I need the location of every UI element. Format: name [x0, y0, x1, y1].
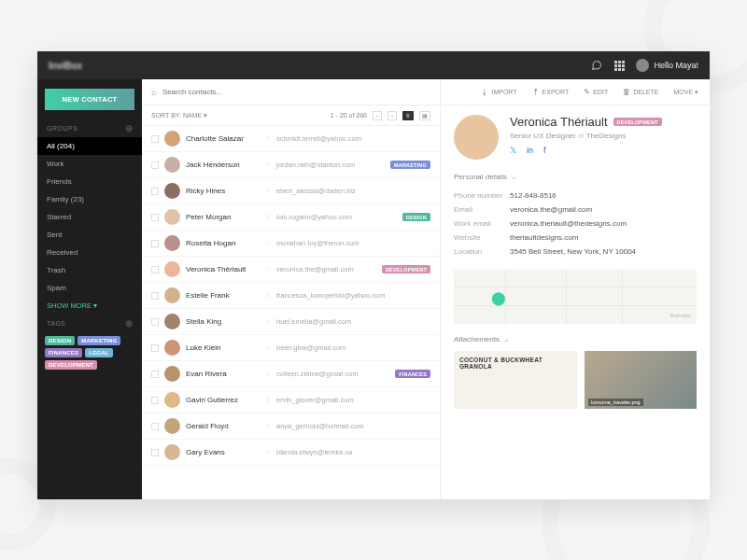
contact-row[interactable]: Gerald Floyd☆anya_gerhold@hotmail.com [142, 413, 440, 440]
sidebar-group-item[interactable]: Received [37, 244, 142, 261]
contact-row[interactable]: Evan Rivera☆colleen.zieme@gmail.comFINAN… [142, 361, 440, 387]
sort-button[interactable]: SORT BY: NAME ▾ [151, 112, 207, 119]
attachments-header[interactable]: Attachements [441, 331, 710, 347]
sidebar-group-item[interactable]: Trash [37, 261, 142, 279]
contact-tag: DEVELOPMENT [382, 265, 430, 273]
contact-name: Stella King [186, 317, 259, 326]
attachment-document[interactable]: COCONUT & BUCKWHEAT GRANOLA [454, 351, 577, 409]
contact-row[interactable]: Charlotte Salazar☆schmidt.terrell@yahoo.… [142, 126, 440, 152]
profile-title: Senior UX Designer at TheDesigns [510, 132, 662, 140]
checkbox[interactable] [151, 318, 159, 326]
add-tag-icon[interactable]: ⊕ [125, 318, 134, 329]
linkedin-icon[interactable]: in [527, 146, 536, 155]
contact-email: ebert_alessia@darien.biz [276, 187, 430, 195]
checkbox[interactable] [151, 188, 159, 195]
contact-email: colleen.zieme@gmail.com [276, 370, 389, 378]
star-icon[interactable]: ☆ [264, 187, 271, 195]
search-input[interactable] [162, 88, 430, 96]
star-icon[interactable]: ☆ [264, 134, 271, 143]
sidebar-tag[interactable]: LEGAL [85, 348, 112, 357]
user-greeting[interactable]: Hello Maya! [636, 59, 698, 72]
contact-row[interactable]: Gary Evans☆blanda.elwyn@lemke.ca [142, 440, 440, 466]
chat-icon[interactable] [591, 60, 602, 71]
facebook-icon[interactable]: f [543, 146, 553, 155]
sidebar-group-item[interactable]: All (204) [37, 137, 142, 155]
sidebar-group-item[interactable]: Friends [37, 173, 142, 190]
apps-grid-icon[interactable] [613, 60, 625, 71]
move-button[interactable]: MOVE ▾ [669, 89, 702, 96]
import-icon: ⭳ [481, 88, 488, 96]
new-contact-button[interactable]: NEW CONTACT [45, 89, 134, 110]
checkbox[interactable] [151, 266, 159, 273]
checkbox[interactable] [151, 161, 159, 169]
add-group-icon[interactable]: ⊕ [125, 123, 134, 133]
contact-tag: MARKETING [390, 161, 430, 169]
avatar-icon [164, 157, 180, 173]
location-map[interactable]: ⬤ Burnaby [454, 270, 697, 324]
checkbox[interactable] [151, 371, 159, 378]
contact-email: beier.gina@gmail.com [276, 343, 430, 352]
twitter-icon[interactable]: 𝕏 [510, 146, 519, 155]
checkbox[interactable] [151, 292, 159, 300]
pager-next-button[interactable]: › [388, 111, 397, 120]
view-list-button[interactable]: ≡ [402, 111, 414, 120]
star-icon[interactable]: ☆ [264, 343, 271, 352]
star-icon[interactable]: ☆ [264, 213, 271, 221]
contact-email: monahan.toy@theron.com [276, 239, 430, 247]
sidebar-group-item[interactable]: Family (23) [37, 190, 142, 208]
pager-prev-button[interactable]: ‹ [373, 111, 382, 120]
star-icon[interactable]: ☆ [264, 448, 271, 456]
view-grid-button[interactable]: ▦ [419, 111, 430, 120]
contact-row[interactable]: Jack Henderson☆jordan.rath@stanton.comMA… [142, 152, 440, 178]
import-button[interactable]: ⭳IMPORT [477, 88, 520, 96]
edit-button[interactable]: ✎EDIT [580, 88, 612, 96]
sidebar-tag[interactable]: DEVELOPMENT [45, 360, 97, 370]
checkbox[interactable] [151, 449, 159, 456]
contact-row[interactable]: Luke Klein☆beier.gina@gmail.com [142, 335, 440, 361]
contact-email: blanda.elwyn@lemke.ca [276, 448, 430, 456]
checkbox[interactable] [151, 214, 159, 221]
sidebar-tag[interactable]: MARKETING [78, 336, 120, 345]
sidebar-group-item[interactable]: Work [37, 155, 142, 173]
avatar-icon [164, 444, 180, 460]
contact-row[interactable]: Estelle Frank☆francesca_konopelski@yahoo… [142, 283, 440, 309]
avatar-icon [164, 261, 180, 277]
checkbox[interactable] [151, 240, 159, 247]
contact-row[interactable]: Ricky Hines☆ebert_alessia@darien.biz [142, 178, 440, 204]
star-icon[interactable]: ☆ [264, 422, 271, 430]
contact-name: Gavin Gutierrez [186, 396, 259, 404]
sidebar-group-item[interactable]: Sent [37, 226, 142, 244]
sidebar-group-item[interactable]: Starred [37, 208, 142, 226]
star-icon[interactable]: ☆ [264, 317, 271, 326]
star-icon[interactable]: ☆ [264, 370, 271, 378]
avatar-icon [164, 366, 180, 382]
star-icon[interactable]: ☆ [264, 291, 271, 300]
contact-row[interactable]: Rosetta Hogan☆monahan.toy@theron.com [142, 231, 440, 257]
show-more-button[interactable]: SHOW MORE ▾ [37, 297, 142, 315]
checkbox[interactable] [151, 344, 159, 352]
contact-name: Rosetta Hogan [186, 239, 259, 247]
contact-tag: DESIGN [402, 213, 430, 221]
contact-row[interactable]: Stella King☆huel.emelia@gmail.com [142, 309, 440, 335]
star-icon[interactable]: ☆ [264, 239, 271, 247]
star-icon[interactable]: ☆ [264, 161, 271, 169]
contact-name: Estelle Frank [186, 291, 259, 300]
edit-icon: ✎ [584, 88, 590, 96]
checkbox[interactable] [151, 423, 159, 430]
export-button[interactable]: ⭱EXPORT [529, 88, 573, 96]
sidebar-group-item[interactable]: Spam [37, 279, 142, 297]
personal-details-header[interactable]: Personal details [441, 169, 710, 185]
topbar: InviBox Hello Maya! [37, 51, 710, 79]
contact-row[interactable]: Gavin Gutierrez☆ervin_glover@gmail.com [142, 387, 440, 413]
sidebar-tag[interactable]: DESIGN [45, 336, 75, 345]
detail-value: theriaultdesigns.com [510, 233, 578, 242]
star-icon[interactable]: ☆ [264, 396, 271, 404]
contact-row[interactable]: Veronica Thériault☆veronica.the@gmail.co… [142, 257, 440, 283]
star-icon[interactable]: ☆ [264, 265, 271, 273]
checkbox[interactable] [151, 397, 159, 404]
sidebar-tag[interactable]: FINANCES [45, 348, 82, 357]
attachment-image[interactable]: lonsome_traveler.png [585, 351, 697, 409]
checkbox[interactable] [151, 135, 159, 143]
delete-button[interactable]: 🗑DELETE [619, 88, 662, 96]
contact-row[interactable]: Peter Morgan☆lois.rogahn@yahoo.comDESIGN [142, 204, 440, 231]
